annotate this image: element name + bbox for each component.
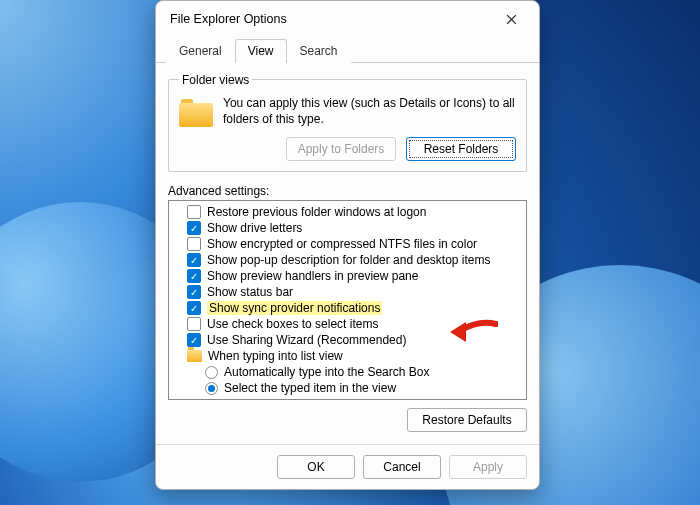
tab-strip: General View Search	[156, 38, 539, 63]
cancel-button[interactable]: Cancel	[363, 455, 441, 479]
list-item[interactable]: Automatically type into the Search Box	[171, 364, 524, 380]
list-item[interactable]: Select the typed item in the view	[171, 380, 524, 396]
list-item[interactable]: ✓Show drive letters	[171, 220, 524, 236]
apply-button: Apply	[449, 455, 527, 479]
advanced-settings-list[interactable]: Restore previous folder windows at logon…	[168, 200, 527, 400]
list-item[interactable]: ✓Show preview handlers in preview pane	[171, 268, 524, 284]
checkbox-icon[interactable]	[187, 317, 201, 331]
reset-folders-button[interactable]: Reset Folders	[406, 137, 516, 161]
checkbox-icon[interactable]	[187, 237, 201, 251]
tab-search[interactable]: Search	[287, 39, 351, 63]
restore-defaults-button[interactable]: Restore Defaults	[407, 408, 527, 432]
tab-general[interactable]: General	[166, 39, 235, 63]
list-item[interactable]: ✓Show sync provider notifications	[171, 300, 524, 316]
list-item[interactable]: Use check boxes to select items	[171, 316, 524, 332]
folder-views-desc: You can apply this view (such as Details…	[223, 95, 516, 127]
list-item[interactable]: ✓Use Sharing Wizard (Recommended)	[171, 332, 524, 348]
folder-icon	[187, 350, 202, 362]
checkbox-icon[interactable]: ✓	[187, 221, 201, 235]
folder-icon	[179, 99, 213, 127]
checkbox-icon[interactable]	[187, 205, 201, 219]
titlebar: File Explorer Options	[156, 1, 539, 38]
radio-icon[interactable]	[205, 366, 218, 379]
ok-button[interactable]: OK	[277, 455, 355, 479]
advanced-settings-label: Advanced settings:	[168, 184, 527, 198]
list-item[interactable]: Restore previous folder windows at logon	[171, 204, 524, 220]
file-explorer-options-dialog: File Explorer Options General View Searc…	[155, 0, 540, 490]
apply-to-folders-button: Apply to Folders	[286, 137, 396, 161]
list-item[interactable]: Show encrypted or compressed NTFS files …	[171, 236, 524, 252]
list-group: When typing into list view	[171, 348, 524, 364]
checkbox-icon[interactable]: ✓	[187, 333, 201, 347]
list-item[interactable]: ✓Show status bar	[171, 284, 524, 300]
folder-views-group: Folder views You can apply this view (su…	[168, 73, 527, 172]
checkbox-icon[interactable]: ✓	[187, 285, 201, 299]
list-item[interactable]: ✓Show pop-up description for folder and …	[171, 252, 524, 268]
checkbox-icon[interactable]: ✓	[187, 253, 201, 267]
checkbox-icon[interactable]: ✓	[187, 301, 201, 315]
checkbox-icon[interactable]: ✓	[187, 269, 201, 283]
dialog-button-row: OK Cancel Apply	[156, 444, 539, 489]
dialog-title: File Explorer Options	[170, 12, 491, 26]
close-button[interactable]	[491, 3, 531, 35]
folder-views-legend: Folder views	[179, 73, 252, 87]
tab-view[interactable]: View	[235, 39, 287, 63]
radio-icon[interactable]	[205, 382, 218, 395]
